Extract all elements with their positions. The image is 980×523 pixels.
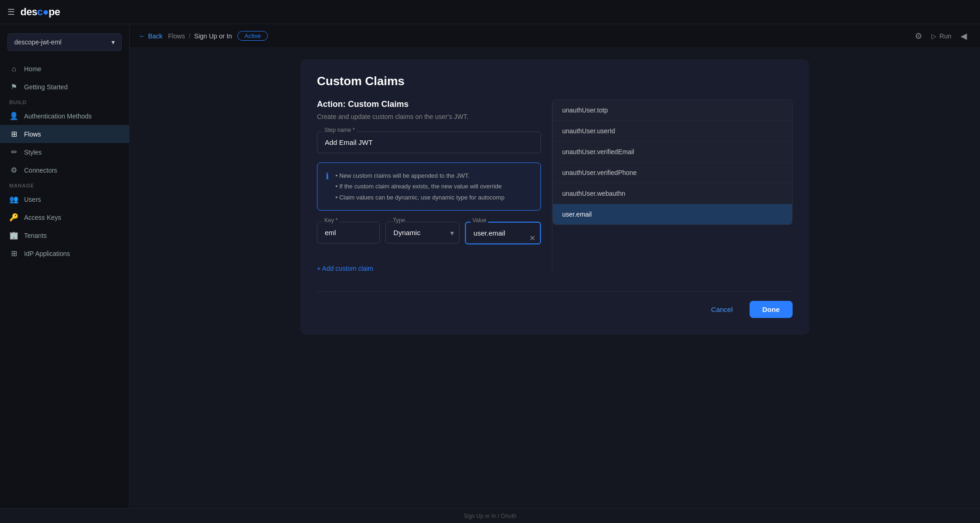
- project-selector[interactable]: descope-jwt-eml ▾: [7, 33, 122, 51]
- sidebar-item-users[interactable]: 👥 Users: [0, 190, 129, 208]
- main-content: ← Back Flows / Sign Up or In Active ⚙ ▷ …: [130, 24, 980, 523]
- collapse-icon[interactable]: ◀: [957, 29, 971, 43]
- claim-key-label: Key *: [323, 217, 340, 224]
- sidebar-item-label: Access Keys: [24, 214, 61, 221]
- dropdown-item-label: unauthUser.webauthn: [562, 190, 625, 197]
- clear-value-button[interactable]: ✕: [529, 233, 535, 242]
- chevron-down-icon: ▾: [112, 38, 115, 46]
- sidebar-item-label: Connectors: [24, 167, 57, 174]
- menu-icon[interactable]: ☰: [7, 7, 15, 17]
- sidebar: descope-jwt-eml ▾ ⌂ Home ⚑ Getting Start…: [0, 24, 130, 523]
- dialog-overlay: Custom Claims Action: Custom Claims Crea…: [130, 48, 980, 523]
- dialog-footer: Cancel Done: [317, 291, 793, 318]
- sidebar-item-connectors[interactable]: ⚙ Connectors: [0, 161, 129, 179]
- dialog-left: Action: Custom Claims Create and update …: [317, 100, 552, 273]
- dropdown-item-label: user.email: [562, 211, 592, 218]
- sidebar-item-idp-applications[interactable]: ⊞ IdP Applications: [0, 244, 129, 262]
- dropdown-item-4[interactable]: unauthUser.webauthn: [553, 183, 792, 204]
- action-description: Create and update custom claims on the u…: [317, 113, 541, 120]
- dialog-right: unauthUser.totp unauthUser.userId unauth…: [552, 100, 793, 273]
- breadcrumb-current: Sign Up or In: [194, 32, 232, 40]
- settings-icon[interactable]: ⚙: [911, 29, 926, 43]
- sidebar-item-label: Flows: [24, 131, 41, 138]
- type-select-wrapper: Static Dynamic ▾: [385, 222, 459, 243]
- dropdown-item-label: unauthUser.userId: [562, 127, 615, 135]
- back-arrow-icon: ←: [139, 32, 145, 40]
- dropdown-item-2[interactable]: unauthUser.verifiedEmail: [553, 142, 792, 162]
- sidebar-item-label: Getting Started: [24, 83, 68, 91]
- status-badge: Active: [237, 31, 267, 41]
- dropdown-item-3[interactable]: unauthUser.verifiedPhone: [553, 162, 792, 183]
- sidebar-item-label: IdP Applications: [24, 250, 70, 257]
- sidebar-item-label: Home: [24, 65, 41, 73]
- dropdown-item-1[interactable]: unauthUser.userId: [553, 121, 792, 142]
- users-icon: 👥: [9, 195, 19, 204]
- idp-icon: ⊞: [9, 249, 19, 258]
- bottom-bar-label: Sign Up or In / OAuth: [464, 513, 516, 519]
- step-name-field: Step name *: [317, 131, 541, 153]
- breadcrumb-separator: /: [189, 32, 191, 40]
- info-bullet-1: • New custom claims will be appended to …: [335, 170, 504, 181]
- app-logo: desc●pe: [20, 6, 60, 18]
- claim-type-field: Type Static Dynamic ▾: [385, 222, 459, 243]
- back-label: Back: [148, 32, 162, 40]
- sidebar-item-label: Tenants: [24, 232, 47, 239]
- topbar: ☰ desc●pe: [0, 0, 980, 24]
- auth-icon: 👤: [9, 112, 19, 120]
- custom-claims-dialog: Custom Claims Action: Custom Claims Crea…: [300, 59, 809, 335]
- logo-dot: c●: [37, 6, 49, 18]
- tenants-icon: 🏢: [9, 231, 19, 240]
- flows-icon: ⊞: [9, 130, 19, 138]
- claims-row: Key * Type Static Dynamic: [317, 222, 541, 254]
- claim-value-field: Value ✕: [465, 222, 541, 244]
- sidebar-item-tenants[interactable]: 🏢 Tenants: [0, 226, 129, 244]
- run-button[interactable]: ▷ Run: [931, 32, 951, 40]
- claim-type-select[interactable]: Static Dynamic: [385, 222, 459, 243]
- sidebar-item-styles[interactable]: ✏ Styles: [0, 143, 129, 161]
- breadcrumb-flows: Flows: [168, 32, 185, 40]
- claim-key-field: Key *: [317, 222, 380, 243]
- flag-icon: ⚑: [9, 82, 19, 91]
- breadcrumb: Flows / Sign Up or In: [168, 32, 232, 40]
- sidebar-section-build: Build: [0, 96, 129, 107]
- step-name-label: Step name *: [323, 127, 357, 133]
- sidebar-item-getting-started[interactable]: ⚑ Getting Started: [0, 78, 129, 96]
- dropdown-item-0[interactable]: unauthUser.totp: [553, 100, 792, 121]
- dialog-title: Custom Claims: [317, 74, 793, 88]
- sidebar-section-manage: Manage: [0, 179, 129, 190]
- key-icon: 🔑: [9, 213, 19, 222]
- home-icon: ⌂: [9, 65, 19, 73]
- info-text: • New custom claims will be appended to …: [335, 170, 504, 203]
- sidebar-item-access-keys[interactable]: 🔑 Access Keys: [0, 208, 129, 226]
- add-custom-claim-button[interactable]: + Add custom claim: [317, 265, 373, 272]
- done-button[interactable]: Done: [750, 301, 793, 318]
- dropdown-item-5[interactable]: user.email: [553, 204, 792, 224]
- layout: descope-jwt-eml ▾ ⌂ Home ⚑ Getting Start…: [0, 24, 980, 523]
- action-title: Action: Custom Claims: [317, 100, 541, 109]
- sidebar-item-label: Users: [24, 196, 41, 203]
- dialog-content: Action: Custom Claims Create and update …: [317, 100, 793, 273]
- sidebar-item-home[interactable]: ⌂ Home: [0, 60, 129, 78]
- sidebar-item-label: Authentication Methods: [24, 112, 92, 120]
- info-bullet-2: • If the custom claim already exists, th…: [335, 181, 504, 192]
- info-icon: ℹ: [326, 171, 329, 203]
- connectors-icon: ⚙: [9, 166, 19, 174]
- bottom-bar: Sign Up or In / OAuth: [130, 508, 980, 523]
- step-name-input[interactable]: [317, 131, 541, 153]
- project-name: descope-jwt-eml: [14, 38, 62, 46]
- styles-icon: ✏: [9, 148, 19, 156]
- autocomplete-dropdown: unauthUser.totp unauthUser.userId unauth…: [552, 100, 793, 225]
- dropdown-item-label: unauthUser.verifiedPhone: [562, 169, 637, 176]
- main-header: ← Back Flows / Sign Up or In Active ⚙ ▷ …: [130, 24, 980, 48]
- cancel-button[interactable]: Cancel: [702, 301, 742, 318]
- sidebar-item-authentication-methods[interactable]: 👤 Authentication Methods: [0, 107, 129, 125]
- info-bullet-3: • Claim values can be dynamic, use dynam…: [335, 192, 504, 203]
- sidebar-item-label: Styles: [24, 149, 42, 156]
- dropdown-item-label: unauthUser.totp: [562, 106, 608, 114]
- run-icon: ▷: [931, 32, 937, 40]
- claim-value-label: Value: [471, 217, 488, 224]
- info-box: ℹ • New custom claims will be appended t…: [317, 162, 541, 211]
- claim-key-input[interactable]: [317, 222, 380, 243]
- sidebar-item-flows[interactable]: ⊞ Flows: [0, 125, 129, 143]
- back-button[interactable]: ← Back: [139, 32, 162, 40]
